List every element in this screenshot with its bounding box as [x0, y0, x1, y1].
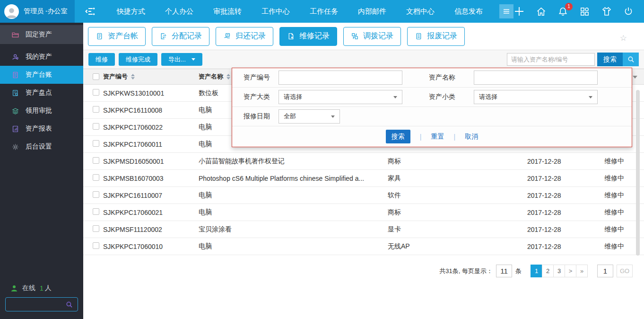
row-checkbox[interactable]: [93, 157, 99, 164]
sidebar-search-input[interactable]: [10, 301, 65, 308]
row-checkbox[interactable]: [93, 208, 99, 215]
sort-icon[interactable]: [226, 74, 230, 80]
asset-name-input[interactable]: [474, 71, 598, 85]
topbar-nav-item-1[interactable]: 个人办公: [155, 7, 203, 16]
cell-repair-date: 2017-12-28: [527, 192, 604, 199]
table-row[interactable]: SJKPKPC16110007电脑软件2017-12-28维修中: [83, 187, 644, 204]
table-row[interactable]: SJKPKPC17060021电脑商标2017-12-28维修中: [83, 204, 644, 221]
topbar-nav-item-4[interactable]: 工作任务: [300, 7, 348, 16]
pagination: 共31条, 每页显示： 条 123>» GO: [83, 265, 644, 277]
collapse-sidebar-icon[interactable]: [84, 6, 96, 17]
row-checkbox[interactable]: [93, 123, 99, 130]
add-icon[interactable]: [513, 6, 525, 17]
favorite-star-icon[interactable]: ☆: [620, 33, 627, 43]
sidebar-menu: 固定资产我的资产资产台账资产盘点领用审批资产报表后台设置: [0, 23, 83, 156]
sidebar-item-asset-reports[interactable]: 资产报表: [0, 120, 83, 138]
more-menus-button[interactable]: [499, 4, 513, 18]
row-checkbox[interactable]: [93, 225, 99, 232]
tab-transfer-records[interactable]: 调拨记录: [343, 27, 401, 46]
cell-asset-code: SJKPMSB16070003: [103, 175, 199, 182]
page-button-2[interactable]: 2: [542, 265, 554, 277]
online-suffix: 人: [45, 284, 52, 292]
asset-category-select[interactable]: 请选择: [278, 90, 402, 104]
gear-icon: [11, 143, 19, 151]
row-checkbox[interactable]: [93, 106, 99, 113]
chevron-down-icon: [331, 115, 335, 118]
next-page-button[interactable]: >: [565, 265, 576, 277]
page-button-1[interactable]: 1: [531, 265, 542, 277]
jump-page-input[interactable]: [597, 265, 613, 277]
tab-return-records[interactable]: 归还记录: [216, 27, 273, 46]
tab-scrap-records[interactable]: 报废记录: [407, 27, 465, 46]
export-dropdown-button[interactable]: 导出...: [161, 53, 202, 66]
sidebar-item-label: 资产盘点: [26, 89, 52, 97]
search-button-label: 搜索: [597, 53, 623, 66]
cell-asset-code: SJKPKPC16110007: [103, 192, 199, 199]
cell-asset-category: 软件: [388, 191, 527, 200]
last-page-button[interactable]: »: [576, 265, 588, 277]
avatar[interactable]: [4, 4, 19, 19]
tab-allocation-records[interactable]: 分配记录: [152, 27, 209, 46]
table-row[interactable]: SJKPMSD16050001小苗苗智能故事机著作权登记商标2017-12-28…: [83, 153, 644, 170]
sidebar-item-label: 领用审批: [26, 106, 52, 115]
topbar-nav-item-5[interactable]: 内部邮件: [348, 7, 396, 16]
filter-cancel-button[interactable]: 取消: [465, 133, 478, 141]
online-status: 在线 1 人: [5, 284, 78, 292]
row-checkbox[interactable]: [93, 242, 99, 249]
sidebar-item-fixed-assets[interactable]: 固定资产: [0, 25, 83, 44]
sidebar-item-asset-inventory[interactable]: 资产盘点: [0, 84, 83, 102]
row-checkbox[interactable]: [93, 89, 99, 96]
filter-search-button[interactable]: 搜索: [386, 130, 410, 143]
theme-shirt-icon[interactable]: [601, 6, 612, 17]
row-checkbox[interactable]: [93, 140, 99, 147]
sort-icon[interactable]: [131, 74, 135, 80]
cell-asset-name: 电脑: [199, 208, 388, 217]
topbar-nav-item-0[interactable]: 快捷方式: [107, 7, 155, 16]
cell-repair-date: 2017-12-28: [527, 175, 604, 182]
vertical-scrollbar[interactable]: [636, 90, 640, 256]
topbar-nav-item-6[interactable]: 文档中心: [396, 7, 444, 16]
repair-date-select[interactable]: 全部: [278, 109, 340, 124]
topbar-nav-item-3[interactable]: 工作中心: [252, 7, 300, 16]
page-size-input[interactable]: [496, 265, 512, 277]
asset-name-label: 资产名称: [429, 73, 474, 82]
sidebar-item-label: 我的资产: [26, 53, 52, 61]
topbar-nav-item-2[interactable]: 审批流转: [203, 7, 252, 16]
row-checkbox[interactable]: [93, 191, 99, 198]
cell-asset-code: SJKPKWS13010001: [103, 89, 199, 97]
cell-repair-date: 2017-12-28: [527, 158, 604, 165]
asset-code-input[interactable]: [278, 71, 402, 85]
home-icon[interactable]: [536, 6, 547, 17]
topbar-user-area[interactable]: 管理员 -办公室: [0, 0, 75, 23]
column-header-code: 资产编号: [103, 72, 128, 81]
topbar-nav-item-7[interactable]: 信息发布: [444, 7, 493, 16]
cell-asset-category: 家具: [388, 174, 527, 183]
asset-subcategory-select[interactable]: 请选择: [474, 90, 598, 104]
sidebar-item-my-assets[interactable]: 我的资产: [0, 48, 83, 66]
filter-reset-button[interactable]: 重置: [431, 133, 444, 141]
search-icon[interactable]: [65, 301, 73, 309]
notification-badge: 1: [565, 3, 573, 10]
column-settings-chevron-icon[interactable]: [633, 76, 637, 79]
apps-grid-icon[interactable]: [579, 6, 590, 17]
sidebar-item-backend-settings[interactable]: 后台设置: [0, 138, 83, 156]
repair-button[interactable]: 维修: [88, 53, 115, 66]
search-button[interactable]: 搜索: [597, 53, 639, 66]
repair-done-button[interactable]: 维修完成: [119, 53, 157, 66]
user-name: 管理员 -办公室: [24, 7, 68, 16]
page-button-3[interactable]: 3: [553, 265, 565, 277]
tab-repair-records[interactable]: 维修记录: [279, 27, 337, 46]
asset-search-input[interactable]: [507, 53, 595, 66]
tab-asset-ledger[interactable]: 资产台帐: [88, 27, 146, 46]
table-row[interactable]: SJKPMSF11120002宝贝涂涂看显卡2017-12-28维修中: [83, 221, 644, 238]
go-button[interactable]: GO: [617, 265, 633, 277]
sidebar-item-asset-ledger[interactable]: 资产台账: [0, 66, 83, 84]
table-row[interactable]: SJKPMSB16070003Photoshop cS6 Multiple Pl…: [83, 170, 644, 187]
sidebar-item-requisition-approval[interactable]: 领用审批: [0, 102, 83, 120]
table-row[interactable]: SJKPKPC17060010电脑无线AP2017-12-28维修中: [83, 238, 644, 255]
select-all-checkbox[interactable]: [93, 73, 99, 80]
power-logout-icon[interactable]: [623, 6, 634, 17]
row-checkbox[interactable]: [93, 174, 99, 181]
cell-asset-code: SJKPKPC17060011: [103, 141, 199, 148]
notifications-bell-icon[interactable]: 1: [557, 6, 568, 17]
